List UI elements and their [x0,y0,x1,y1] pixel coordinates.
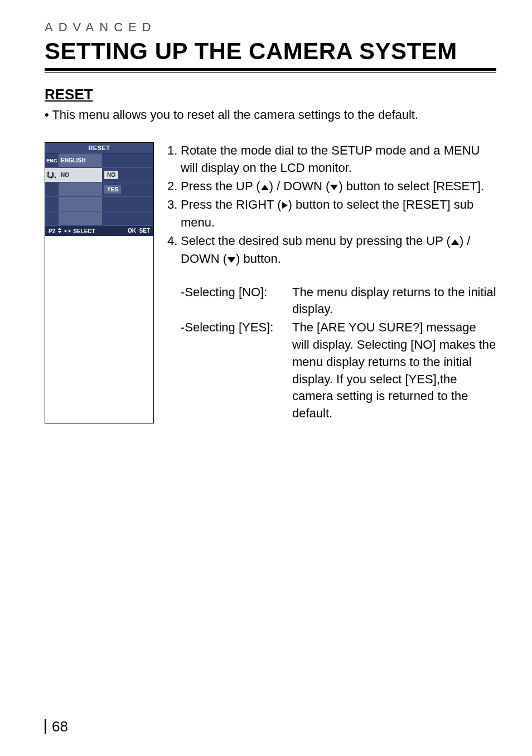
lcd-left-empty-2 [59,197,102,211]
selection-block: -Selecting [NO]: The menu display return… [167,284,496,422]
lcd-footer-set: SET [139,228,150,234]
lcd-right-yes: YES [102,182,153,197]
lcd-left-empty-3 [59,211,102,226]
step-3-text: Press the RIGHT () button to select the … [181,196,496,232]
lcd-footer-ok: OK [128,228,136,234]
section-label: ADVANCED [45,20,496,35]
subheading-reset: RESET [45,86,496,103]
lcd-left-english: ENGLISH [59,153,102,168]
step-1-text: Rotate the mode dial to the SETUP mode a… [181,142,496,177]
lcd-left-column: ENGLISH NO [59,153,102,226]
step-2: 2. Press the UP () / DOWN () button to s… [167,178,496,196]
step-3-num: 3. [167,196,181,232]
up-triangle-icon [451,233,460,251]
selection-no-desc: The menu display returns to the initial … [292,284,496,319]
lcd-title: RESET [45,143,153,153]
step-4-num: 4. [167,233,181,268]
lcd-footer-select: SELECT [73,228,95,234]
right-triangle-icon [282,197,288,214]
intro-text: • This menu allows you to reset all the … [45,108,496,122]
page-title: SETTING UP THE CAMERA SYSTEM [45,38,496,65]
lcd-footer-p2: P2 [49,228,55,234]
selection-no: -Selecting [NO]: The menu display return… [181,284,496,319]
step-4: 4. Select the desired sub menu by pressi… [167,233,496,268]
down-triangle-icon [330,179,338,196]
lcd-icon-eng: ENG [45,153,59,168]
lcd-option-no: NO [104,171,118,179]
lcd-right-empty-top [102,153,153,168]
lcd-icon-column: ENG [45,153,59,226]
title-rule-thin [45,72,496,73]
lcd-right-column: NO YES [102,153,153,226]
step-2-num: 2. [167,178,181,196]
down-triangle-icon [227,251,236,268]
page-number: 68 [45,719,68,734]
step-2-text: Press the UP () / DOWN () button to sele… [181,178,496,196]
selection-yes-desc: The [ARE YOU SURE?] message will display… [292,319,496,422]
lcd-icon-empty-3 [45,211,59,226]
lcd-body: ENG ENGLISH NO NO YES [45,153,153,226]
step-1: 1. Rotate the mode dial to the SETUP mod… [167,142,496,177]
lcd-screenshot: RESET ENG ENGLISH NO NO YES [45,142,154,423]
instructions: 1. Rotate the mode dial to the SETUP mod… [167,142,496,423]
lcd-right-no: NO [102,168,153,182]
selection-yes: -Selecting [YES]: The [ARE YOU SURE?] me… [181,319,496,422]
up-triangle-icon [260,179,269,196]
reset-icon [45,168,59,182]
title-rule-thick [45,68,496,71]
content-row: RESET ENG ENGLISH NO NO YES [45,142,496,423]
lcd-icon-empty-2 [45,197,59,211]
lcd-footer: P2 SELECT OK SET [45,226,153,236]
step-3: 3. Press the RIGHT () button to select t… [167,196,496,232]
lcd-icon-empty-1 [45,182,59,197]
lcd-left-empty-1 [59,182,102,197]
lcd-right-empty-4 [102,211,153,226]
lcd-left-no: NO [59,168,102,182]
selection-no-label: -Selecting [NO]: [181,284,292,319]
selection-yes-label: -Selecting [YES]: [181,319,292,422]
lcd-right-empty-3 [102,197,153,211]
step-1-num: 1. [167,142,181,177]
leftright-arrows-icon [64,228,71,234]
updown-arrows-icon [57,228,62,234]
lcd-option-yes: YES [104,185,121,194]
step-4-text: Select the desired sub menu by pressing … [181,233,496,268]
